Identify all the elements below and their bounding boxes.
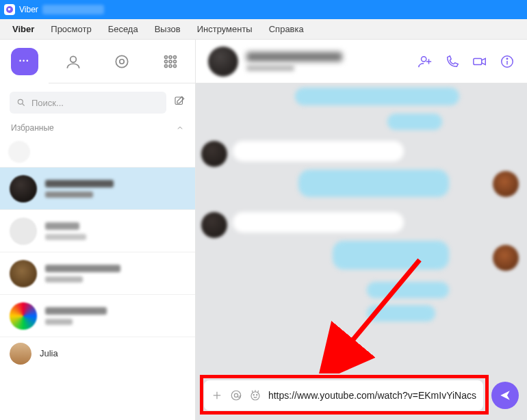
message-bubble-outgoing bbox=[295, 88, 459, 105]
message-bubble-outgoing bbox=[367, 305, 435, 321]
menubar: Viber Просмотр Беседа Вызов Инструменты … bbox=[0, 19, 527, 40]
header-contact-name-blurred bbox=[246, 52, 342, 62]
chat-name-blurred bbox=[45, 180, 114, 187]
messages-area[interactable] bbox=[196, 83, 527, 373]
message-bubble-outgoing bbox=[298, 170, 449, 197]
app-title: Viber bbox=[19, 5, 38, 14]
send-icon bbox=[499, 389, 511, 402]
svg-point-4 bbox=[165, 55, 168, 58]
svg-point-28 bbox=[251, 392, 259, 400]
message-avatar bbox=[201, 141, 227, 167]
svg-point-29 bbox=[253, 395, 254, 395]
menu-call[interactable]: Вызов bbox=[146, 19, 189, 39]
svg-point-3 bbox=[120, 59, 125, 64]
svg-point-26 bbox=[231, 391, 241, 400]
chevron-up-icon bbox=[176, 124, 184, 132]
list-item[interactable] bbox=[0, 252, 195, 294]
favorite-avatar[interactable] bbox=[8, 141, 30, 163]
svg-point-1 bbox=[70, 56, 76, 62]
svg-point-7 bbox=[165, 60, 168, 63]
svg-point-11 bbox=[169, 64, 172, 67]
avatar bbox=[10, 343, 31, 365]
svg-point-9 bbox=[174, 60, 177, 63]
svg-rect-19 bbox=[474, 58, 482, 64]
svg-point-12 bbox=[174, 64, 177, 67]
compose-button[interactable] bbox=[173, 95, 185, 110]
svg-point-6 bbox=[174, 55, 177, 58]
menu-viber[interactable]: Viber bbox=[4, 19, 42, 39]
svg-point-13 bbox=[18, 99, 23, 104]
add-contact-icon[interactable] bbox=[417, 54, 433, 69]
chat-name-blurred bbox=[45, 222, 79, 230]
chat-header bbox=[196, 40, 527, 83]
message-bubble-incoming bbox=[233, 212, 404, 233]
favorites-row bbox=[0, 137, 195, 167]
tab-chats[interactable]: ••• bbox=[0, 40, 49, 83]
chat-list: Julia bbox=[0, 167, 195, 420]
svg-point-5 bbox=[169, 55, 172, 58]
menu-help[interactable]: Справка bbox=[261, 19, 312, 39]
svg-point-8 bbox=[169, 60, 172, 63]
list-item[interactable] bbox=[0, 294, 195, 337]
favorites-label: Избранные bbox=[11, 123, 54, 133]
plus-icon[interactable] bbox=[211, 389, 223, 402]
mention-icon[interactable] bbox=[230, 389, 242, 402]
sidebar-tabs: ••• bbox=[0, 40, 195, 83]
more-grid-icon bbox=[162, 53, 179, 70]
message-avatar bbox=[493, 171, 519, 197]
avatar bbox=[10, 218, 37, 245]
compose-icon bbox=[173, 95, 185, 107]
message-bubble-incoming bbox=[233, 141, 404, 161]
chat-name-blurred bbox=[45, 265, 120, 272]
svg-point-16 bbox=[422, 56, 426, 61]
contact-icon bbox=[64, 53, 82, 70]
chat-preview-blurred bbox=[45, 234, 86, 240]
message-bubble-outgoing bbox=[333, 241, 449, 270]
info-icon[interactable] bbox=[500, 54, 515, 69]
chat-name: Julia bbox=[40, 348, 185, 358]
message-avatar bbox=[493, 245, 519, 271]
conversation-panel: https://www.youtube.com/watch?v=EKmIvYiN… bbox=[196, 40, 527, 420]
video-call-icon[interactable] bbox=[472, 54, 487, 69]
call-icon[interactable] bbox=[445, 54, 460, 69]
sticker-icon[interactable] bbox=[249, 389, 261, 402]
header-contact-status-blurred bbox=[246, 65, 294, 71]
tab-contacts[interactable] bbox=[49, 40, 97, 83]
svg-point-22 bbox=[506, 58, 507, 59]
search-placeholder: Поиск... bbox=[31, 98, 64, 108]
sidebar: ••• Поиск... bbox=[0, 40, 196, 420]
svg-point-10 bbox=[165, 64, 168, 67]
search-input[interactable]: Поиск... bbox=[10, 92, 166, 114]
message-bubble-outgoing bbox=[387, 114, 442, 130]
titlebar: Viber bbox=[0, 0, 527, 19]
avatar bbox=[10, 302, 37, 330]
svg-point-27 bbox=[234, 393, 237, 397]
viber-icon bbox=[5, 5, 14, 14]
tab-discover[interactable] bbox=[97, 40, 146, 83]
avatar bbox=[10, 260, 37, 287]
discover-icon bbox=[113, 53, 131, 70]
chat-preview-blurred bbox=[45, 192, 93, 198]
chat-preview-blurred bbox=[45, 276, 83, 283]
message-avatar bbox=[201, 212, 227, 238]
menu-chat[interactable]: Беседа bbox=[100, 19, 146, 39]
input-area: https://www.youtube.com/watch?v=EKmIvYiN… bbox=[196, 373, 527, 420]
menu-view[interactable]: Просмотр bbox=[42, 19, 99, 39]
list-item[interactable]: Julia bbox=[0, 337, 195, 369]
favorites-header[interactable]: Избранные bbox=[0, 119, 195, 137]
menu-tools[interactable]: Инструменты bbox=[189, 19, 261, 39]
search-icon bbox=[16, 98, 26, 107]
svg-rect-2 bbox=[116, 55, 127, 67]
app-logo bbox=[4, 4, 15, 15]
titlebar-subtitle-blurred bbox=[42, 5, 104, 14]
list-item[interactable] bbox=[0, 167, 195, 209]
tab-more[interactable] bbox=[146, 40, 195, 83]
svg-point-30 bbox=[257, 395, 257, 395]
chat-name-blurred bbox=[45, 307, 107, 315]
message-input[interactable]: https://www.youtube.com/watch?v=EKmIvYiN… bbox=[204, 380, 483, 410]
chat-preview-blurred bbox=[45, 319, 73, 325]
svg-line-14 bbox=[23, 104, 25, 106]
header-avatar[interactable] bbox=[208, 47, 238, 77]
send-button[interactable] bbox=[491, 382, 519, 409]
list-item[interactable] bbox=[0, 209, 195, 252]
